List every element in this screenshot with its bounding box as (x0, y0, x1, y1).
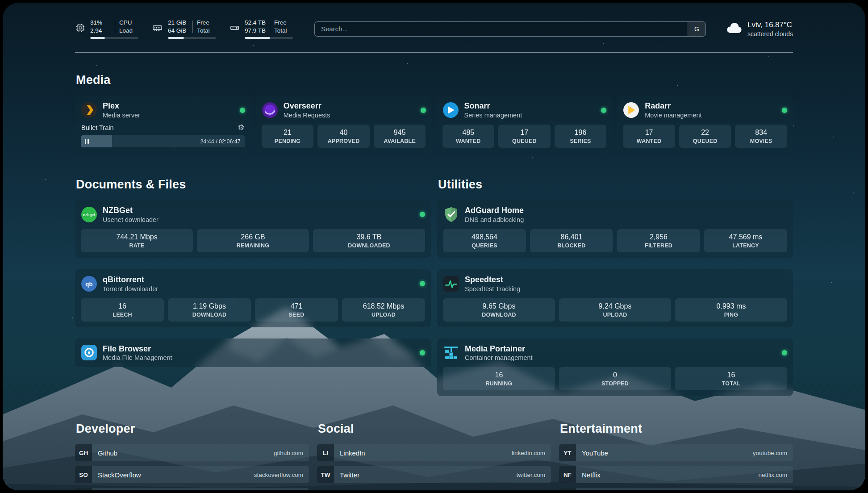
stat-rate: 744.21 Mbps RATE (81, 229, 193, 252)
stat-queries: 498,564 QUERIES (443, 229, 526, 252)
stat-blocked: 86,401 BLOCKED (530, 229, 613, 252)
bookmark-twitter[interactable]: TW Twitter twitter.com (317, 466, 551, 483)
cpu-usage-label: CPU (119, 19, 133, 27)
settings-gear-icon[interactable]: ⚙ (238, 124, 245, 131)
social-section: Social LI LinkedIn linkedin.com TW Twitt… (317, 422, 551, 488)
app-subtitle: Media Requests (284, 112, 330, 119)
social-section-title: Social (318, 422, 551, 436)
stat-queued: 17 QUEUED (498, 125, 551, 148)
playback-progress-bar[interactable]: 24:44 / 02:06:47 (81, 135, 245, 147)
utilities-section-title: Utilities (438, 178, 793, 192)
pause-icon[interactable] (85, 139, 89, 144)
app-title: Speedtest (465, 275, 520, 284)
bookmark-linkedin[interactable]: LI LinkedIn linkedin.com (317, 444, 551, 461)
stat-wanted: 17 WANTED (623, 125, 675, 148)
radarr-icon (623, 102, 639, 118)
ram-metric: 21 GiB 64 GiB Free Total (152, 19, 216, 39)
stat-filtered: 2,956 FILTERED (617, 229, 700, 252)
weather-widget: Lviv, 16.87°C scattered clouds (726, 21, 793, 38)
bookmark-reddit[interactable]: RE Reddit reddit.com (559, 488, 793, 490)
dashboard-screen: 31% 2.94 CPU Load (3, 3, 865, 490)
bookmark-dev[interactable]: DT DEV dev.to (75, 488, 309, 490)
portainer-card[interactable]: Media Portainer Container management 16 … (437, 338, 793, 397)
plex-icon (81, 102, 97, 118)
linkedin-icon: LI (317, 444, 334, 461)
stat-available: 945 AVAILABLE (374, 125, 426, 148)
status-online-dot (240, 108, 245, 113)
stat-movies: 834 MOVIES (735, 125, 787, 148)
stat-wanted: 485 WANTED (442, 125, 495, 148)
status-online-dot (420, 350, 425, 355)
entertainment-section-title: Entertainment (560, 422, 793, 436)
nzbget-icon: nzbget (81, 206, 97, 223)
disk-total-value: 97.9 TB (245, 27, 266, 35)
twitter-icon: TW (317, 466, 334, 483)
disk-free-value: 52.4 TB (245, 19, 266, 27)
sonarr-icon (442, 102, 459, 118)
stat-leech: 16 LEECH (81, 298, 164, 322)
stat-total: 16 TOTAL (675, 367, 787, 390)
header-divider (75, 52, 793, 53)
metric-divider (115, 21, 115, 33)
developer-section: Developer GH Github github.com SO StackO… (75, 422, 309, 490)
disk-free-label: Free (274, 19, 287, 27)
app-title: Overseerr (284, 101, 330, 111)
media-section: Media Plex Media server (75, 73, 793, 154)
ram-free-label: Free (197, 19, 210, 27)
filebrowser-card[interactable]: File Browser Media File Management (75, 338, 431, 368)
speedtest-icon (443, 276, 459, 292)
svg-text:nzbget: nzbget (83, 213, 95, 217)
documents-section-title: Documents & Files (76, 178, 431, 192)
sonarr-card[interactable]: Sonarr Series management 485 WANTED 17 Q… (437, 96, 613, 154)
ram-progress-bar (168, 37, 216, 39)
qbittorrent-card[interactable]: qb qBittorrent Torrent downloader 16 (75, 269, 431, 327)
adguard-shield-icon (443, 206, 459, 223)
now-playing-title: Bullet Train (81, 124, 114, 131)
utilities-section: Utilities AdGuard Home DNS and adblockin… (437, 178, 793, 396)
cpu-load-value: 2.94 (90, 27, 111, 35)
stat-stopped: 0 STOPPED (559, 367, 671, 390)
ram-icon (152, 23, 163, 35)
app-subtitle: Speedtest Tracking (465, 285, 520, 292)
app-subtitle: Media File Management (103, 354, 172, 361)
disk-total-label: Total (274, 27, 287, 35)
speedtest-card[interactable]: Speedtest Speedtest Tracking 9.65 Gbps D… (437, 269, 793, 327)
app-title: NZBGet (103, 206, 159, 215)
plex-card[interactable]: Plex Media server Bullet Train ⚙ 24:44 /… (75, 96, 251, 154)
media-section-title: Media (76, 73, 793, 87)
adguard-card[interactable]: AdGuard Home DNS and adblocking 498,564 … (437, 200, 793, 258)
stat-series: 196 SERIES (555, 125, 607, 148)
app-subtitle: Container management (465, 354, 533, 361)
cpu-progress-bar (90, 37, 138, 39)
system-metrics: 31% 2.94 CPU Load (75, 19, 293, 39)
radarr-card[interactable]: Radarr Movie management 17 WANTED 22 QUE… (617, 96, 793, 154)
app-title: Plex (103, 101, 140, 111)
bookmark-stackoverflow[interactable]: SO StackOverflow stackoverflow.com (75, 466, 309, 483)
app-subtitle: Media server (103, 112, 140, 119)
bookmark-youtube[interactable]: YT YouTube youtube.com (559, 444, 793, 461)
cpu-chip-icon (75, 23, 85, 35)
app-subtitle: Series management (464, 112, 522, 119)
stat-seed: 471 SEED (255, 298, 338, 322)
weather-condition: scattered clouds (747, 30, 793, 38)
nzbget-card[interactable]: nzbget NZBGet Usenet downloader 744.21 M… (75, 200, 431, 258)
svg-text:qb: qb (85, 280, 92, 287)
ram-free-value: 21 GiB (168, 19, 188, 27)
app-subtitle: Usenet downloader (103, 216, 159, 223)
ram-total-value: 64 GiB (168, 27, 188, 35)
overseerr-card[interactable]: Overseerr Media Requests 21 PENDING 40 A… (256, 96, 432, 154)
stat-approved: 40 APPROVED (317, 125, 370, 148)
stat-pending: 21 PENDING (262, 125, 314, 148)
stat-upload: 9.24 Gbps UPLOAD (559, 298, 671, 322)
app-title: Media Portainer (465, 344, 533, 354)
search-engine-button[interactable]: G (688, 22, 705, 36)
ram-total-label: Total (197, 27, 210, 35)
netflix-icon: NF (559, 466, 576, 483)
entertainment-section: Entertainment YT YouTube youtube.com NF … (559, 422, 793, 490)
search-input[interactable] (315, 22, 688, 36)
bookmark-github[interactable]: GH Github github.com (75, 444, 309, 461)
metric-divider (192, 21, 193, 33)
bookmark-netflix[interactable]: NF Netflix netflix.com (559, 466, 793, 483)
stackoverflow-icon: SO (75, 466, 92, 483)
disk-progress-bar (245, 37, 293, 39)
